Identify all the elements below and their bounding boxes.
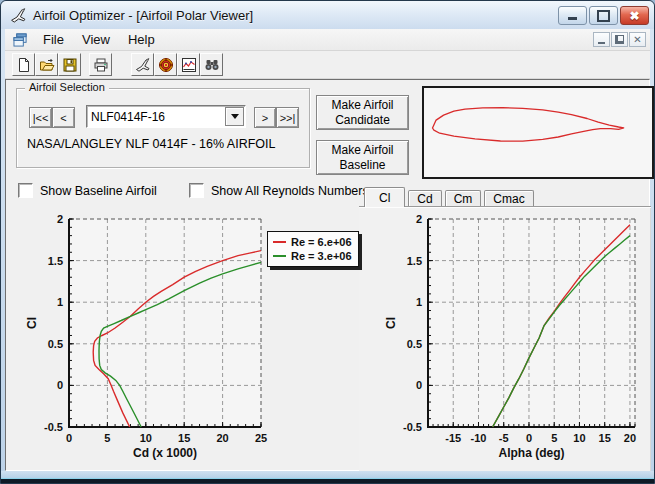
chart-legend: Re = 6.e+06Re = 3.e+06 (267, 231, 359, 267)
show-baseline-label: Show Baseline Airfoil (40, 184, 157, 198)
prev-airfoil-button[interactable]: < (52, 107, 75, 128)
window-body: File View Help ✕ (5, 29, 650, 471)
svg-text:0: 0 (416, 379, 422, 391)
app-window: Airfoil Optimizer - [Airfoil Polar Viewe… (0, 0, 655, 484)
svg-text:0.5: 0.5 (48, 338, 63, 350)
show-reynolds-label: Show All Reynolds Numbers (211, 184, 369, 198)
minimize-icon (568, 17, 577, 20)
svg-text:10: 10 (573, 432, 585, 444)
mdi-restore-icon (615, 35, 624, 44)
svg-text:-15: -15 (445, 432, 461, 444)
menubar: File View Help ✕ (5, 29, 650, 51)
tab-cl[interactable]: Cl (364, 187, 405, 207)
airfoil-outline-drawing (424, 88, 648, 173)
mdi-child-icon (13, 33, 28, 47)
find-button[interactable] (200, 53, 223, 76)
svg-text:0: 0 (526, 432, 532, 444)
group-label: Airfoil Selection (25, 81, 109, 93)
svg-text:-0.5: -0.5 (403, 421, 422, 433)
new-document-icon (16, 57, 32, 73)
show-reynolds-checkbox-row: Show All Reynolds Numbers (189, 183, 369, 198)
legend-entry: Re = 6.e+06 (273, 235, 352, 249)
tab-cmac[interactable]: Cmac (484, 190, 533, 206)
legend-label: Re = 6.e+06 (291, 236, 352, 248)
mdi-restore-button[interactable] (611, 32, 628, 47)
maximize-icon (597, 10, 610, 22)
first-airfoil-button[interactable]: |<< (29, 107, 52, 128)
make-baseline-button[interactable]: Make Airfoil Baseline (316, 140, 409, 175)
new-file-button[interactable] (12, 53, 35, 76)
svg-text:Alpha (deg): Alpha (deg) (499, 446, 565, 460)
save-button[interactable] (58, 53, 81, 76)
svg-text:1: 1 (416, 296, 422, 308)
svg-text:20: 20 (216, 432, 228, 444)
optimize-target-icon (158, 57, 174, 73)
chevron-down-icon (231, 114, 239, 119)
mdi-minimize-icon (598, 42, 605, 44)
window-title: Airfoil Optimizer - [Airfoil Polar Viewe… (33, 8, 253, 23)
airfoil-combobox[interactable]: NLF0414F-16 (86, 105, 246, 128)
mdi-minimize-button[interactable] (593, 32, 610, 47)
svg-text:Cl: Cl (384, 317, 398, 329)
tab-cd[interactable]: Cd (408, 190, 441, 206)
minimize-button[interactable] (558, 6, 587, 25)
open-file-button[interactable] (35, 53, 58, 76)
menu-file[interactable]: File (34, 30, 73, 49)
svg-text:10: 10 (140, 432, 152, 444)
airfoil-description: NASA/LANGLEY NLF 0414F - 16% AIRFOIL (27, 137, 276, 151)
tab-row: Cl Cd Cm Cmac (359, 187, 651, 206)
svg-text:2: 2 (416, 213, 422, 225)
menu-help[interactable]: Help (119, 30, 164, 49)
maximize-button[interactable] (589, 6, 618, 25)
svg-text:1.5: 1.5 (48, 255, 63, 267)
show-baseline-checkbox[interactable] (18, 183, 33, 198)
svg-text:Cl: Cl (25, 317, 39, 329)
titlebar: Airfoil Optimizer - [Airfoil Polar Viewe… (1, 1, 654, 29)
airfoil-combobox-value: NLF0414F-16 (87, 110, 225, 124)
legend-line-swatch (273, 255, 286, 257)
svg-text:2: 2 (57, 213, 63, 225)
mdi-close-button[interactable]: ✕ (629, 32, 646, 47)
toolbar (5, 51, 650, 79)
screen: Airfoil Optimizer - [Airfoil Polar Viewe… (0, 0, 655, 484)
svg-text:0: 0 (57, 379, 63, 391)
legend-label: Re = 3.e+06 (291, 250, 352, 262)
airfoil-tool-button[interactable] (131, 53, 154, 76)
show-baseline-checkbox-row: Show Baseline Airfoil (18, 183, 157, 198)
mdi-close-icon: ✕ (633, 35, 641, 45)
show-reynolds-checkbox[interactable] (189, 183, 204, 198)
airfoil-preview-panel (422, 86, 654, 179)
combobox-dropdown-button[interactable] (225, 107, 244, 126)
menu-view[interactable]: View (73, 30, 119, 49)
print-button[interactable] (89, 53, 112, 76)
optimize-button[interactable] (154, 53, 177, 76)
legend-entry: Re = 3.e+06 (273, 249, 352, 263)
svg-text:25: 25 (255, 432, 267, 444)
svg-text:5: 5 (551, 432, 557, 444)
svg-text:1: 1 (57, 296, 63, 308)
svg-text:0.5: 0.5 (407, 338, 422, 350)
app-plane-icon (10, 7, 27, 24)
tab-cm[interactable]: Cm (445, 190, 482, 206)
polar-viewer-button[interactable] (177, 53, 200, 76)
svg-text:1.5: 1.5 (407, 255, 422, 267)
svg-text:Cd (x 1000): Cd (x 1000) (133, 446, 197, 460)
svg-text:-5: -5 (499, 432, 509, 444)
airfoil-plane-icon (135, 57, 151, 73)
svg-text:15: 15 (599, 432, 611, 444)
last-airfoil-button[interactable]: >>| (276, 107, 299, 128)
save-floppy-icon (62, 57, 78, 73)
svg-text:15: 15 (178, 432, 190, 444)
print-icon (93, 57, 109, 73)
open-folder-icon (39, 57, 55, 73)
mdi-client: Airfoil Selection |<< < NLF0414F-16 > >>… (5, 79, 650, 471)
svg-text:5: 5 (104, 432, 110, 444)
close-button[interactable]: ✖ (620, 6, 649, 25)
svg-text:20: 20 (624, 432, 636, 444)
next-airfoil-button[interactable]: > (254, 107, 276, 128)
window-bottom-frame (1, 471, 654, 483)
make-candidate-button[interactable]: Make Airfoil Candidate (316, 95, 409, 130)
airfoil-selection-group: Airfoil Selection |<< < NLF0414F-16 > >>… (16, 88, 310, 168)
svg-text:-0.5: -0.5 (44, 421, 63, 433)
polar-chart-icon (181, 57, 197, 73)
